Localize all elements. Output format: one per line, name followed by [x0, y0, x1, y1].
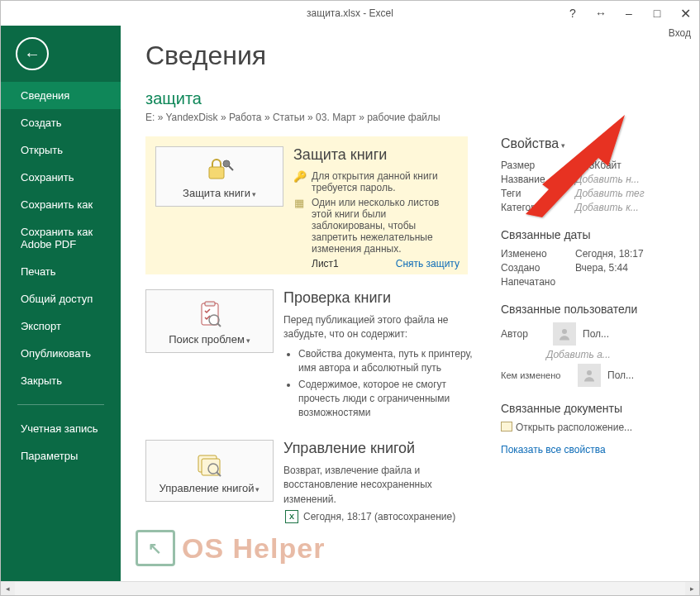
unprotect-link[interactable]: Снять защиту: [396, 258, 460, 269]
manage-icon: [150, 451, 269, 477]
close-button[interactable]: ✕: [671, 1, 699, 26]
properties-panel: Свойства▾ Размер16,3Кбайт НазваниеДобави…: [501, 136, 658, 543]
avatar-icon: [553, 322, 576, 346]
protected-sheet-name: Лист1: [312, 258, 339, 269]
help-button[interactable]: ?: [559, 1, 587, 26]
prop-size-label: Размер: [501, 160, 575, 171]
maximize-button[interactable]: □: [643, 1, 671, 26]
prop-created-value: Вчера, 5:44: [575, 262, 628, 274]
prop-title-label: Название: [501, 174, 575, 185]
nav-open[interactable]: Открыть: [1, 136, 121, 164]
prop-tags-label: Теги: [501, 188, 575, 199]
nav-options[interactable]: Параметры: [1, 442, 121, 470]
protect-note-sheets: ▦ Один или несколько листов этой книги б…: [293, 197, 460, 255]
chevron-down-icon: ▾: [561, 141, 565, 150]
folder-icon: [501, 422, 512, 432]
show-all-properties-link[interactable]: Показать все свойства: [501, 444, 606, 455]
add-author-link[interactable]: Добавить а...: [546, 349, 611, 360]
checklist-icon: [150, 300, 269, 328]
svg-rect-3: [205, 302, 215, 306]
prop-title-value[interactable]: Добавить н...: [575, 174, 640, 185]
prop-tags-value[interactable]: Добавить тег: [575, 188, 645, 199]
excel-file-icon: X: [285, 510, 298, 523]
prop-created-label: Создано: [501, 262, 575, 274]
nav-share[interactable]: Общий доступ: [1, 285, 121, 312]
nav-print[interactable]: Печать: [1, 258, 121, 285]
svg-point-9: [587, 370, 592, 375]
nav-close[interactable]: Закрыть: [1, 367, 121, 394]
inspect-workbook-button[interactable]: Поиск проблем▾: [145, 289, 274, 353]
ribbon-display-button[interactable]: ↔: [587, 1, 615, 26]
file-path-breadcrumb[interactable]: E: » YandexDisk » Работа » Статьи » 03. …: [145, 112, 699, 123]
avatar-icon: [578, 364, 601, 387]
arrow-left-icon: ←: [24, 45, 40, 64]
prop-changed-by-label: Кем изменено: [501, 370, 571, 380]
scroll-left-button[interactable]: ◂: [1, 582, 15, 595]
nav-save-as[interactable]: Сохранить как: [1, 191, 121, 218]
inspect-bullet: Содержимое, которое не смогут прочесть л…: [298, 378, 476, 419]
chevron-down-icon: ▾: [255, 485, 260, 493]
manage-workbook-button[interactable]: Управление книгой▾: [145, 440, 274, 502]
file-name: защита: [145, 89, 699, 108]
protect-workbook-button[interactable]: Защита книги▾: [155, 146, 283, 207]
main-content: Сведения защита E: » YandexDisk » Работа…: [121, 26, 699, 581]
nav-separator: [17, 404, 104, 405]
inspect-bullet: Свойства документа, путь к принтеру, имя…: [298, 347, 476, 375]
protect-note-password: 🔑 Для открытия данной книги требуется па…: [293, 170, 460, 193]
backstage-sidebar: ← Сведения Создать Открыть Сохранить Сох…: [1, 26, 121, 581]
title-bar: защита.xlsx - Excel ? ↔ – □ ✕: [1, 1, 699, 26]
related-dates-head: Связанные даты: [501, 228, 658, 241]
prop-categories-value[interactable]: Добавить к...: [575, 202, 639, 213]
nav-export[interactable]: Экспорт: [1, 312, 121, 340]
chevron-down-icon: ▾: [246, 336, 250, 345]
back-button[interactable]: ←: [16, 37, 49, 70]
properties-dropdown[interactable]: Свойства▾: [501, 136, 658, 151]
prop-author-label: Автор: [501, 328, 546, 340]
prop-modified-label: Изменено: [501, 248, 575, 260]
svg-point-8: [562, 329, 567, 334]
nav-publish[interactable]: Опубликовать: [1, 340, 121, 367]
sheet-lock-icon: ▦: [293, 197, 305, 209]
manage-button-label: Управление книгой: [160, 482, 255, 494]
scroll-track[interactable]: [15, 582, 685, 595]
prop-categories-label: Категории: [501, 202, 575, 213]
related-users-head: Связанные пользователи: [501, 303, 658, 316]
prop-modified-value: Сегодня, 18:17: [575, 248, 644, 260]
nav-new[interactable]: Создать: [1, 109, 121, 136]
protect-workbook-block: Защита книги▾ Защита книги 🔑 Для открыти…: [145, 136, 468, 274]
nav-save-pdf[interactable]: Сохранить как Adobe PDF: [1, 218, 121, 258]
nav-info[interactable]: Сведения: [1, 82, 121, 109]
open-location-link[interactable]: Открыть расположение...: [501, 422, 658, 433]
page-title: Сведения: [145, 41, 699, 71]
nav-save[interactable]: Сохранить: [1, 164, 121, 191]
prop-changed-by-value: Пол...: [607, 370, 658, 381]
excel-backstage-window: защита.xlsx - Excel ? ↔ – □ ✕ Вход ← Све…: [0, 0, 700, 596]
protect-title: Защита книги: [293, 146, 460, 164]
manage-desc: Возврат, извлечение файла и восстановлен…: [283, 464, 476, 507]
scroll-right-button[interactable]: ▸: [685, 582, 699, 595]
chevron-down-icon: ▾: [252, 190, 256, 198]
key-icon: 🔑: [293, 170, 305, 183]
window-controls: ? ↔ – □ ✕: [559, 1, 699, 26]
prop-printed-label: Напечатано: [501, 276, 575, 288]
manage-title: Управление книгой: [283, 440, 476, 457]
inspect-title: Проверка книги: [283, 289, 476, 307]
inspect-button-label: Поиск проблем: [169, 333, 245, 346]
minimize-button[interactable]: –: [615, 1, 643, 26]
autosave-entry[interactable]: X Сегодня, 18:17 (автосохранение): [283, 510, 476, 523]
svg-point-1: [223, 160, 230, 167]
protect-button-label: Защита книги: [183, 187, 250, 199]
inspect-desc: Перед публикацией этого файла не забудьт…: [283, 313, 476, 342]
prop-author-value[interactable]: Пол...: [583, 328, 658, 340]
related-docs-head: Связанные документы: [501, 402, 658, 415]
svg-rect-0: [209, 167, 224, 179]
prop-size-value: 16,3Кбайт: [575, 160, 621, 171]
horizontal-scrollbar[interactable]: ◂ ▸: [1, 581, 699, 595]
nav-account[interactable]: Учетная запись: [1, 415, 121, 442]
lock-icon: [160, 157, 279, 182]
